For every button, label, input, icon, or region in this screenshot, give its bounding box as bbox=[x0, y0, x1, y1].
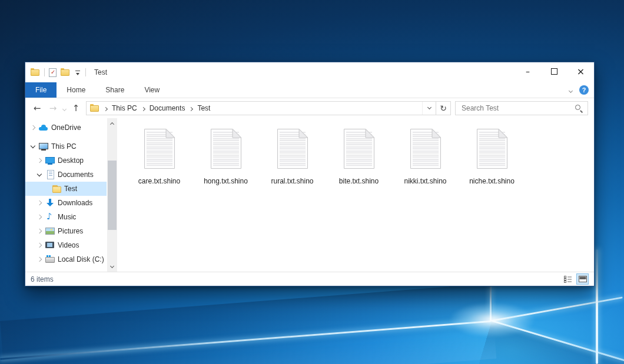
tab-home[interactable]: Home bbox=[57, 82, 95, 98]
address-dropdown-button[interactable] bbox=[422, 102, 436, 115]
sidebar-item-local-disk-c[interactable]: Local Disk (C:) bbox=[25, 252, 107, 266]
ribbon-tab-bar: File Home Share View ? bbox=[25, 82, 594, 98]
close-button[interactable]: × bbox=[567, 62, 594, 80]
chevron-up-icon bbox=[110, 122, 114, 126]
sidebar-item-pictures[interactable]: Pictures bbox=[25, 224, 107, 238]
tree-item-label: This PC bbox=[51, 142, 77, 151]
tree-expander-icon[interactable] bbox=[36, 242, 44, 249]
sidebar-scrollbar[interactable] bbox=[107, 118, 117, 272]
file-name: niche.txt.shino bbox=[469, 177, 515, 185]
tree-item-icon bbox=[45, 241, 55, 250]
help-button[interactable]: ? bbox=[579, 85, 589, 95]
wallpaper-beam bbox=[596, 249, 598, 364]
tree-item-label: Downloads bbox=[58, 199, 92, 207]
tab-share[interactable]: Share bbox=[95, 82, 134, 98]
tree-expander-icon[interactable] bbox=[36, 256, 44, 263]
sidebar-item-videos[interactable]: Videos bbox=[25, 238, 107, 252]
text-document-icon bbox=[476, 128, 508, 169]
window-title: Test bbox=[94, 68, 107, 76]
tree-item-icon bbox=[45, 156, 55, 165]
tab-file[interactable]: File bbox=[25, 82, 57, 98]
search-input[interactable] bbox=[460, 103, 571, 113]
file-name: care.txt.shino bbox=[138, 177, 180, 185]
new-folder-button[interactable] bbox=[61, 68, 70, 76]
customize-quick-access-dropdown[interactable] bbox=[74, 69, 81, 76]
sidebar-item-test[interactable]: Test bbox=[25, 182, 107, 196]
view-toggles bbox=[562, 273, 589, 285]
breadcrumb-separator-icon bbox=[142, 104, 145, 112]
file-name: nikki.txt.shino bbox=[404, 177, 446, 185]
maximize-button[interactable] bbox=[541, 62, 567, 80]
sidebar-item-documents[interactable]: Documents bbox=[25, 168, 107, 182]
file-tile[interactable]: niche.txt.shino bbox=[463, 128, 521, 185]
text-document-icon bbox=[410, 128, 442, 169]
tree-item-label: Pictures bbox=[58, 227, 83, 235]
sidebar-item-this-pc[interactable]: This PC bbox=[25, 139, 107, 153]
tree-expander-icon[interactable] bbox=[36, 157, 44, 164]
tree-expander-icon[interactable] bbox=[43, 185, 50, 192]
text-document-icon bbox=[277, 128, 308, 169]
files-grid: care.txt.shino hong.txt.shino rural.txt.… bbox=[117, 118, 594, 272]
minimize-button[interactable]: – bbox=[515, 62, 541, 80]
tree-expander-icon[interactable] bbox=[36, 228, 44, 235]
address-bar[interactable]: This PC Documents Test bbox=[86, 101, 436, 115]
breadcrumb-separator-icon bbox=[190, 104, 192, 112]
up-button[interactable]: ↑ bbox=[70, 103, 82, 113]
separator bbox=[85, 68, 86, 76]
text-document-icon bbox=[210, 128, 242, 169]
tree-item-label: Music bbox=[58, 213, 76, 221]
explorer-window-icon bbox=[31, 68, 40, 76]
quick-access-toolbar: Test bbox=[25, 68, 107, 77]
sidebar-item-desktop[interactable]: Desktop bbox=[25, 153, 107, 168]
separator bbox=[44, 68, 45, 76]
file-tile[interactable]: care.txt.shino bbox=[130, 128, 188, 185]
folder-icon bbox=[90, 104, 99, 112]
tree-expander-icon[interactable] bbox=[36, 213, 44, 221]
sidebar-item-music[interactable]: Music bbox=[25, 210, 107, 224]
chevron-down-icon bbox=[110, 263, 114, 268]
tree-expander-icon[interactable] bbox=[30, 124, 37, 131]
sidebar-item-onedrive[interactable]: OneDrive bbox=[25, 121, 107, 135]
tree-expander-icon[interactable] bbox=[36, 171, 44, 178]
properties-button[interactable] bbox=[49, 68, 57, 77]
sidebar-item-downloads[interactable]: Downloads bbox=[25, 196, 107, 210]
search-icon[interactable] bbox=[575, 104, 583, 112]
refresh-button[interactable]: ↻ bbox=[436, 101, 451, 115]
scrollbar-thumb[interactable] bbox=[108, 161, 117, 230]
thumbnail-view-button[interactable] bbox=[576, 273, 589, 285]
text-document-icon bbox=[144, 128, 175, 169]
tree-expander-icon[interactable] bbox=[36, 199, 44, 206]
chevron-down-icon bbox=[427, 105, 431, 109]
recent-locations-dropdown[interactable] bbox=[63, 104, 66, 112]
item-count: 6 items bbox=[31, 275, 54, 283]
details-view-icon bbox=[564, 276, 572, 283]
file-tile[interactable]: bite.txt.shino bbox=[330, 128, 388, 185]
tree-item-icon bbox=[45, 226, 55, 236]
tree-item-icon bbox=[45, 170, 55, 179]
caption-buttons: – × bbox=[515, 62, 594, 80]
scroll-up-button[interactable] bbox=[107, 118, 117, 128]
tree-item-label: Local Disk (C:) bbox=[58, 255, 104, 263]
tree-item-icon bbox=[45, 255, 55, 264]
details-view-button[interactable] bbox=[562, 273, 574, 285]
file-tile[interactable]: rural.txt.shino bbox=[263, 128, 321, 185]
tree-item-icon bbox=[52, 184, 62, 193]
chevron-down-icon bbox=[62, 107, 67, 111]
breadcrumb-item[interactable]: Documents bbox=[148, 104, 187, 112]
file-name: rural.txt.shino bbox=[271, 177, 313, 185]
navigation-pane: OneDrive This PC Desktop Documents Test … bbox=[25, 118, 117, 272]
wallpaper-glow bbox=[449, 302, 535, 338]
breadcrumb: This PC Documents Test bbox=[101, 104, 211, 112]
back-button[interactable]: ← bbox=[31, 103, 43, 113]
scroll-down-button[interactable] bbox=[107, 262, 117, 272]
file-tile[interactable]: hong.txt.shino bbox=[197, 128, 255, 185]
tree-item-icon bbox=[39, 123, 49, 132]
breadcrumb-item[interactable]: This PC bbox=[111, 104, 138, 112]
title-bar[interactable]: Test – × bbox=[25, 62, 594, 82]
breadcrumb-item[interactable]: Test bbox=[196, 104, 211, 112]
tab-view[interactable]: View bbox=[134, 82, 170, 98]
expand-ribbon-button[interactable] bbox=[569, 86, 572, 94]
tree-expander-icon[interactable] bbox=[30, 143, 37, 150]
forward-button[interactable]: → bbox=[47, 103, 59, 113]
file-tile[interactable]: nikki.txt.shino bbox=[396, 128, 454, 185]
